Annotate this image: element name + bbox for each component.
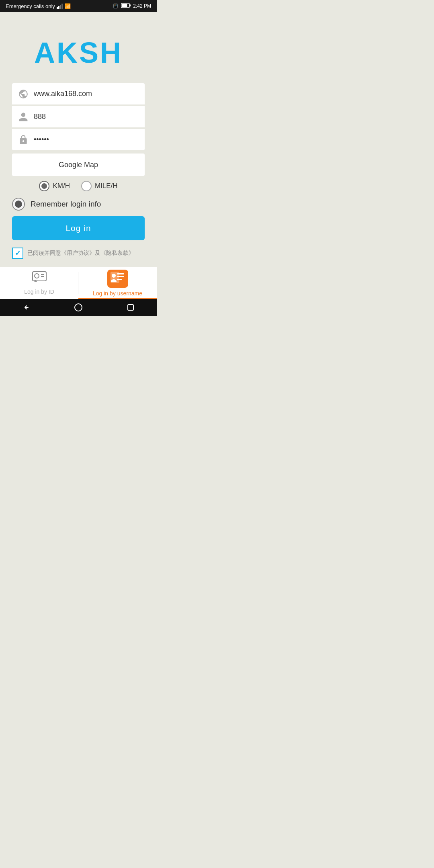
login-button[interactable]: Log in <box>12 216 145 240</box>
remember-label: Remember login info <box>31 200 101 209</box>
android-nav <box>0 299 157 316</box>
login-by-id-tab[interactable]: ID Log in by ID <box>0 267 78 299</box>
mileh-radio[interactable]: MILE/H <box>81 181 118 191</box>
username-field-wrapper <box>12 106 145 127</box>
recent-button[interactable] <box>125 301 137 313</box>
check-icon: ✓ <box>15 249 21 258</box>
kmh-label: KM/H <box>53 182 70 190</box>
main-content: AKSH <box>0 12 157 267</box>
kmh-radio[interactable]: KM/H <box>39 181 70 191</box>
input-group <box>12 83 145 151</box>
remember-login-row: Remember login info <box>12 198 145 211</box>
svg-point-13 <box>75 304 82 311</box>
time: 2:42 PM <box>133 3 151 9</box>
agreement-row: ✓ 已阅读并同意《用户协议》及《隐私条款》 <box>12 248 145 259</box>
mileh-radio-circle <box>81 181 92 191</box>
user-icon <box>18 111 29 123</box>
home-button[interactable] <box>72 301 84 313</box>
password-field-wrapper <box>12 129 145 150</box>
svg-rect-11 <box>117 276 124 277</box>
username-input[interactable] <box>12 106 145 127</box>
password-input[interactable] <box>12 129 145 150</box>
active-tab-indicator <box>78 298 157 299</box>
svg-rect-4 <box>35 274 39 278</box>
username-tab-label: Log in by username <box>93 290 142 297</box>
agreement-text: 已阅读并同意《用户协议》及《隐私条款》 <box>27 250 134 257</box>
wifi-icon: 📶 <box>64 3 71 9</box>
url-input[interactable] <box>12 83 145 104</box>
map-select-wrapper: Google Map Baidu Map OpenStreetMap <box>12 154 145 176</box>
id-tab-label: Log in by ID <box>24 289 54 295</box>
lock-icon <box>18 134 29 145</box>
kmh-radio-circle <box>39 181 49 191</box>
svg-rect-1 <box>122 4 127 7</box>
status-left: Emergency calls only 📶 <box>6 3 71 9</box>
agreement-checkbox[interactable]: ✓ <box>12 248 23 259</box>
status-right: 📳 2:42 PM <box>113 3 151 9</box>
vibrate-icon: 📳 <box>113 3 119 9</box>
url-field-wrapper <box>12 83 145 104</box>
globe-icon <box>18 88 29 100</box>
signal-icon <box>57 4 63 9</box>
bottom-nav: ID Log in by ID Log in by username <box>0 267 157 299</box>
mileh-label: MILE/H <box>95 182 118 190</box>
svg-rect-10 <box>117 273 124 274</box>
svg-point-9 <box>112 274 116 278</box>
status-text: Emergency calls only <box>6 3 55 9</box>
app-logo: AKSH <box>34 36 123 69</box>
remember-radio-circle[interactable] <box>12 198 25 211</box>
back-button[interactable] <box>20 301 32 313</box>
svg-text:ID: ID <box>34 279 37 283</box>
id-tab-icon: ID <box>32 271 47 286</box>
svg-rect-2 <box>129 4 131 6</box>
kmh-radio-dot <box>41 183 47 189</box>
map-select[interactable]: Google Map Baidu Map OpenStreetMap <box>12 154 145 176</box>
status-bar: Emergency calls only 📶 📳 2:42 PM <box>0 0 157 12</box>
svg-rect-14 <box>128 305 133 310</box>
login-by-username-tab[interactable]: Log in by username <box>78 267 157 299</box>
username-tab-icon <box>107 270 128 288</box>
battery-level <box>121 3 131 9</box>
speed-unit-group: KM/H MILE/H <box>12 181 145 191</box>
svg-rect-12 <box>117 279 122 280</box>
remember-radio-dot <box>15 201 22 208</box>
